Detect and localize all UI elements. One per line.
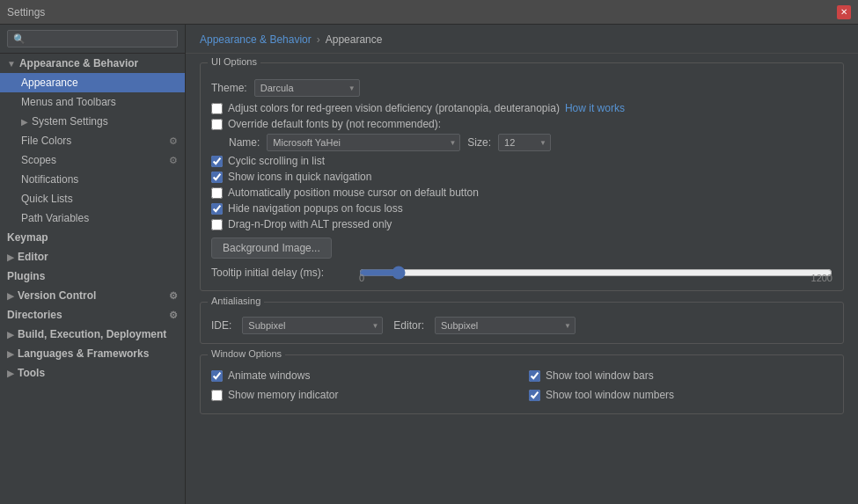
sidebar-item-notifications[interactable]: Notifications [0, 170, 185, 189]
sidebar-item-appearance-behavior[interactable]: ▼ Appearance & Behavior [0, 54, 185, 73]
expand-icon: ▶ [7, 252, 14, 262]
sidebar: ▼ Appearance & Behavior Appearance Menus… [0, 25, 186, 504]
window-title: Settings [7, 6, 45, 18]
sidebar-item-label: Tools [18, 367, 45, 379]
expand-icon: ▶ [7, 369, 14, 378]
breadcrumb-separator: › [317, 33, 320, 46]
font-name-label: Name: [229, 136, 260, 149]
editor-select-wrapper: Subpixel Greyscale None [435, 317, 576, 334]
sidebar-item-label: Editor [18, 251, 48, 263]
sidebar-item-menus-toolbars[interactable]: Menus and Toolbars [0, 92, 185, 112]
settings-icon: ⚙ [169, 155, 178, 166]
title-bar: Settings ✕ [0, 0, 858, 25]
hide-nav-label: Hide navigation popups on focus loss [228, 202, 403, 215]
cyclic-scrolling-row: Cyclic scrolling in list [211, 155, 832, 167]
theme-row: Theme: Darcula IntelliJ [211, 79, 832, 97]
sidebar-item-system-settings[interactable]: ▶ System Settings [0, 112, 185, 131]
breadcrumb-parent[interactable]: Appearance & Behavior [200, 33, 312, 46]
animate-windows-checkbox[interactable] [211, 370, 223, 382]
drag-n-drop-checkbox[interactable] [211, 219, 223, 230]
breadcrumb-current: Appearance [326, 33, 383, 46]
main-layout: ▼ Appearance & Behavior Appearance Menus… [0, 25, 858, 504]
content-area: Appearance & Behavior › Appearance UI Op… [186, 25, 858, 504]
show-icons-checkbox[interactable] [211, 172, 223, 183]
background-image-button[interactable]: Background Image... [211, 237, 332, 259]
adjust-colors-row: Adjust colors for red-green vision defic… [211, 102, 832, 114]
sidebar-item-version-control[interactable]: ▶ Version Control ⚙ [0, 286, 185, 305]
font-name-select[interactable]: Microsoft YaHei [267, 134, 460, 151]
sidebar-item-label: Appearance & Behavior [19, 57, 138, 69]
expand-icon: ▶ [21, 117, 28, 127]
sidebar-item-label: Quick Lists [21, 193, 73, 205]
search-box [0, 25, 185, 54]
sidebar-item-path-variables[interactable]: Path Variables [0, 208, 185, 228]
ide-antialias-select[interactable]: Subpixel Greyscale None [242, 317, 383, 334]
sidebar-item-label: Directories [7, 309, 62, 321]
show-memory-checkbox[interactable] [211, 390, 223, 401]
sidebar-item-label: Languages & Frameworks [18, 347, 149, 360]
cyclic-scrolling-checkbox[interactable] [211, 156, 223, 167]
sidebar-item-label: Scopes [21, 154, 56, 166]
tooltip-slider[interactable] [359, 266, 832, 280]
expand-icon: ▶ [7, 330, 14, 340]
drag-n-drop-row: Drag-n-Drop with ALT pressed only [211, 218, 832, 230]
auto-position-checkbox[interactable] [211, 187, 223, 199]
editor-antialias-select[interactable]: Subpixel Greyscale None [435, 317, 576, 334]
expand-icon: ▶ [7, 349, 14, 359]
sidebar-item-editor[interactable]: ▶ Editor [0, 247, 185, 267]
sidebar-item-label: Appearance [21, 77, 78, 89]
sidebar-item-directories[interactable]: Directories ⚙ [0, 305, 185, 325]
font-size-select[interactable]: 12 11 13 14 [498, 134, 551, 151]
expand-icon: ▼ [7, 59, 16, 69]
sidebar-item-appearance[interactable]: Appearance [0, 73, 185, 92]
sidebar-item-label: Keymap [7, 231, 48, 244]
sidebar-item-label: Notifications [21, 173, 78, 186]
adjust-colors-label: Adjust colors for red-green vision defic… [228, 102, 560, 114]
override-fonts-checkbox[interactable] [211, 119, 223, 130]
show-tool-window-bars-checkbox[interactable] [529, 370, 540, 382]
sidebar-item-file-colors[interactable]: File Colors ⚙ [0, 131, 185, 150]
expand-icon: ▶ [7, 291, 14, 301]
sidebar-item-tools[interactable]: ▶ Tools [0, 363, 185, 383]
override-fonts-label: Override default fonts by (not recommend… [228, 118, 441, 130]
show-tool-window-numbers-checkbox[interactable] [529, 390, 540, 401]
hide-nav-checkbox[interactable] [211, 203, 223, 215]
settings-icon: ⚙ [169, 290, 178, 302]
ide-select-wrapper: Subpixel Greyscale None [242, 317, 383, 334]
settings-icon: ⚙ [169, 310, 178, 321]
animate-windows-label: Animate windows [228, 369, 310, 382]
breadcrumb: Appearance & Behavior › Appearance [186, 25, 858, 54]
search-input[interactable] [7, 30, 178, 47]
background-image-row: Background Image... [211, 237, 832, 259]
close-button[interactable]: ✕ [837, 5, 851, 19]
antialiasing-row: IDE: Subpixel Greyscale None Editor: Sub… [211, 317, 832, 334]
content-body: UI Options Theme: Darcula IntelliJ Adjus… [186, 54, 858, 434]
sidebar-item-keymap[interactable]: Keymap [0, 228, 185, 247]
show-memory-row: Show memory indicator [211, 389, 515, 401]
editor-label: Editor: [393, 319, 424, 332]
sidebar-item-languages-frameworks[interactable]: ▶ Languages & Frameworks [0, 344, 185, 363]
tooltip-slider-track: 0 1200 [359, 264, 832, 281]
font-size-label: Size: [467, 136, 491, 149]
sidebar-item-build-execution[interactable]: ▶ Build, Execution, Deployment [0, 325, 185, 344]
show-icons-label: Show icons in quick navigation [228, 171, 371, 183]
tooltip-label: Tooltip initial delay (ms): [211, 267, 352, 279]
window-options-grid: Animate windows Show tool window bars Sh… [211, 369, 832, 405]
font-row: Name: Microsoft YaHei Size: 12 11 13 14 [229, 134, 832, 151]
cyclic-scrolling-label: Cyclic scrolling in list [228, 155, 325, 167]
sidebar-item-scopes[interactable]: Scopes ⚙ [0, 150, 185, 170]
tooltip-slider-row: Tooltip initial delay (ms): 0 1200 [211, 264, 832, 281]
sidebar-item-plugins[interactable]: Plugins [0, 267, 185, 286]
sidebar-item-label: File Colors [21, 135, 71, 147]
font-name-select-wrapper: Microsoft YaHei [267, 134, 460, 151]
ui-options-title: UI Options [208, 56, 260, 67]
show-tool-window-bars-label: Show tool window bars [546, 369, 654, 382]
sidebar-item-label: Menus and Toolbars [21, 96, 116, 108]
how-it-works-link[interactable]: How it works [565, 102, 625, 114]
sidebar-item-label: Path Variables [21, 212, 89, 224]
animate-windows-row: Animate windows [211, 369, 515, 382]
hide-nav-row: Hide navigation popups on focus loss [211, 202, 832, 215]
sidebar-item-quick-lists[interactable]: Quick Lists [0, 189, 185, 208]
adjust-colors-checkbox[interactable] [211, 103, 223, 114]
theme-select[interactable]: Darcula IntelliJ [254, 79, 360, 97]
